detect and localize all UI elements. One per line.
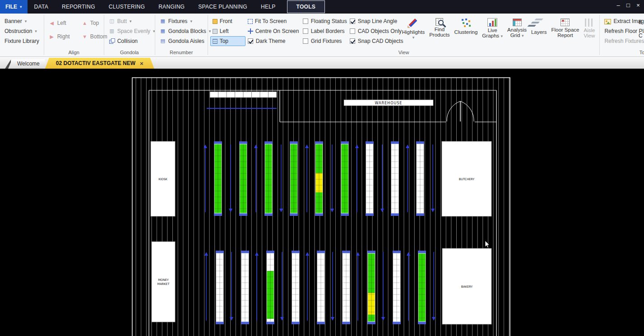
button-label: Layers	[531, 29, 547, 35]
checkbox[interactable]	[350, 19, 355, 24]
button-label: Find	[429, 27, 449, 32]
close-tab-icon[interactable]: ×	[140, 61, 144, 66]
button-label: Obstruction	[5, 28, 32, 34]
gondola-butt-button[interactable]: ◫Butt▾	[107, 16, 158, 26]
button-label: Refresh Fixtures	[604, 38, 644, 44]
gondola-end-cap	[342, 322, 350, 324]
highlights-button[interactable]: Highlights▾	[400, 15, 427, 49]
floor-space-report-button[interactable]: Floor SpaceReport	[549, 15, 581, 49]
layers-button[interactable]: Layers	[529, 15, 549, 49]
checkbox[interactable]	[350, 28, 355, 34]
renumber-fixtures-button[interactable]: ▦Fixtures▾	[158, 16, 213, 26]
checkbox-snap-line-angle[interactable]: Snap Line Angle	[347, 16, 400, 26]
clipped-button[interactable]: C	[639, 33, 644, 39]
centre-icon	[248, 28, 253, 34]
group-renumber: ▦Fixtures▾▦Gondola Blocks▾▤Gondola Aisle…	[155, 14, 208, 56]
tools-refresh-floor-plan-button[interactable]: Refresh Floor Plan	[602, 26, 644, 36]
group-tools: Extract ImagesRefresh Floor PlanRefresh …	[600, 14, 644, 56]
aisle-view-button[interactable]: AisleView	[581, 15, 597, 49]
analysis-grid-button[interactable]: AnalysisGrid ▾	[505, 15, 529, 49]
file-menu-button[interactable]: FILE ▾	[0, 0, 28, 14]
room-money-market[interactable]	[152, 242, 175, 322]
renumber-gondola-blocks-button[interactable]: ▦Gondola Blocks▾	[158, 26, 213, 36]
menu-help[interactable]: HELP	[254, 0, 283, 13]
chevron-down-icon: ▾	[412, 36, 415, 39]
view-front-button[interactable]: Front	[210, 16, 246, 26]
checkbox-snap-cad-objects[interactable]: Snap CAD Objects	[347, 36, 400, 46]
aisle-view-icon	[585, 19, 594, 27]
room-label-kiosk: KIOSK	[158, 177, 167, 181]
view-dark-theme-button[interactable]: Dark Theme	[246, 36, 301, 46]
gondola-end-cap	[241, 322, 249, 324]
floorplan-canvas[interactable]: WAREHOUSEKIOSKMONEYMARKETBUTCHERYBAKERY	[0, 69, 644, 336]
menu-clustering[interactable]: CLUSTERING	[102, 0, 152, 13]
renumber-gondola-aisles-button[interactable]: ▤Gondola Aisles	[158, 36, 213, 46]
button-label: Highlights	[402, 29, 425, 35]
tab-02-dotactiv-eastgate-new[interactable]: 02 DOTACTIV EASTGATE NEW×	[45, 58, 154, 69]
menu-ranging[interactable]: RANGING	[152, 0, 191, 13]
titlebar: FILE ▾ DATAREPORTINGCLUSTERINGRANGINGSPA…	[0, 0, 644, 14]
align-left-button[interactable]: ◀Left	[46, 18, 72, 28]
ribbon-item-obstruction[interactable]: Obstruction▾	[2, 26, 42, 36]
menu-space-planning[interactable]: SPACE PLANNING	[191, 0, 254, 13]
gondola-end-cap	[416, 213, 424, 216]
gondola-end-cap	[292, 251, 300, 253]
checkbox-label-borders[interactable]: Label Borders	[301, 26, 347, 36]
view-centre-on-screen-button[interactable]: Centre On Screen	[246, 26, 301, 36]
room-label-butchery: BUTCHERY	[459, 177, 474, 181]
clustering-button[interactable]: Clustering	[452, 15, 480, 49]
find-products-icon	[436, 18, 443, 26]
checkbox-label: Snap Line Angle	[358, 18, 397, 24]
checkbox[interactable]	[248, 38, 253, 44]
gondola-collision-button[interactable]: Collision	[107, 36, 158, 46]
chevron-down-icon: ▾	[520, 33, 524, 38]
checkbox[interactable]	[303, 38, 308, 44]
gondola-end-cap	[366, 213, 374, 216]
tools-refresh-fixtures-button[interactable]: Refresh Fixtures	[602, 36, 644, 46]
menu-reporting[interactable]: REPORTING	[55, 0, 102, 13]
file-menu-label: FILE	[5, 4, 17, 10]
view-fit-to-screen-button[interactable]: Fit To Screen	[246, 16, 301, 26]
tab-welcome[interactable]: Welcome	[8, 59, 49, 69]
button-label: Products	[429, 32, 449, 37]
view-top-button[interactable]: Top	[210, 36, 246, 46]
menu-data[interactable]: DATA	[28, 0, 55, 13]
gondola-space-evenly-button[interactable]: ▥Space Evenly▾	[107, 26, 158, 36]
gondola-end-cap	[367, 322, 375, 324]
checkbox-cad-objects-only[interactable]: CAD Objects Only	[347, 26, 400, 36]
maximize-button[interactable]: □	[623, 1, 633, 10]
aisle-arrow-head	[229, 209, 232, 212]
highlights-icon	[408, 17, 419, 28]
floorplan-viewport[interactable]: WAREHOUSEKIOSKMONEYMARKETBUTCHERYBAKERY	[0, 69, 644, 336]
group-left: Banner▾Obstruction▾Fixture Library	[0, 14, 44, 56]
menu-tools[interactable]: TOOLS	[287, 0, 325, 13]
tools-extract-images-button[interactable]: Extract Images	[602, 16, 644, 26]
checkbox[interactable]	[350, 38, 355, 44]
live-graphs-button[interactable]: LiveGraphs ▾	[480, 15, 505, 49]
gondola-end-cap	[367, 251, 375, 253]
aisle-arrow-head	[279, 209, 283, 212]
checkbox[interactable]	[303, 28, 308, 34]
ribbon-item-banner[interactable]: Banner▾	[2, 16, 42, 26]
button-label: Grid ▾	[507, 33, 527, 38]
ribbon-item-fixture-library[interactable]: Fixture Library	[2, 36, 42, 46]
extract-images-icon	[604, 19, 611, 24]
view-left-button[interactable]: Left	[210, 26, 246, 36]
checkbox[interactable]	[303, 19, 308, 24]
clipped-button[interactable]: B	[639, 19, 644, 25]
checkbox-floating-status[interactable]: Floating Status	[301, 16, 347, 26]
minimize-button[interactable]: –	[613, 1, 623, 10]
button-label: Space Evenly	[117, 28, 150, 34]
gondola-end-cap	[418, 251, 426, 253]
front-icon	[213, 19, 218, 24]
checkbox-grid-fixtures[interactable]: Grid Fixtures	[301, 36, 347, 46]
aisle-arrow-head	[330, 209, 334, 212]
close-button[interactable]: ×	[633, 1, 643, 10]
aisle-arrow-head	[204, 252, 208, 256]
chevron-down-icon: ▾	[130, 19, 132, 23]
layers-icon	[533, 17, 545, 28]
group-label-gondola: Gondola	[107, 49, 153, 56]
align-right-button[interactable]: ▶Right	[46, 32, 72, 42]
find-products-button[interactable]: FindProducts	[427, 15, 452, 49]
gondola-end-cap	[315, 213, 323, 216]
